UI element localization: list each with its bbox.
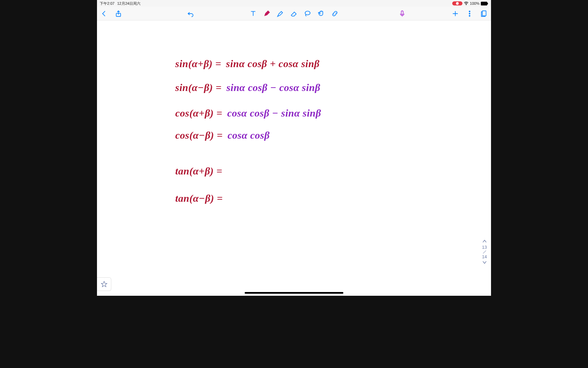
text-icon [249, 10, 257, 17]
record-indicator [452, 1, 462, 5]
battery-percent: 100% [470, 1, 479, 5]
current-page: 13 [482, 245, 487, 250]
lasso-icon [304, 10, 311, 17]
page-navigator: 13 14 [482, 239, 487, 265]
note-canvas[interactable]: 13 14 sin(α+β) = sinα cosβ + cosα sinβsi… [97, 20, 491, 296]
pages-button[interactable] [480, 10, 488, 17]
star-icon [101, 281, 108, 288]
equation-rhs: sinα cosβ − cosα sinβ [226, 82, 320, 93]
svg-rect-3 [487, 3, 488, 4]
hand-tool[interactable] [317, 10, 325, 17]
equation-row: tan(α+β) = [175, 165, 227, 177]
chevron-down-icon [482, 261, 487, 264]
add-button[interactable] [452, 10, 459, 17]
mic-icon [398, 10, 406, 17]
svg-marker-11 [101, 281, 107, 287]
equation-row: cos(α−β) = cosα cosβ [175, 129, 270, 141]
equation-row: sin(α+β) = sinα cosβ + cosα sinβ [175, 58, 320, 70]
text-tool[interactable] [249, 10, 257, 17]
eraser-tool[interactable] [290, 10, 298, 17]
back-button[interactable] [100, 10, 108, 17]
svg-point-7 [469, 11, 470, 12]
wifi-icon [464, 2, 469, 5]
home-indicator[interactable] [245, 292, 343, 294]
chevron-up-icon [482, 240, 487, 243]
share-icon [115, 10, 122, 17]
lasso-tool[interactable] [304, 10, 311, 17]
equation-lhs: sin(α+β) = [175, 58, 221, 70]
link-icon [331, 10, 339, 17]
highlighter-tool[interactable] [277, 10, 284, 17]
back-icon [100, 10, 108, 17]
equation-row: cos(α+β) = cosα cosβ − sinα sinβ [175, 107, 321, 119]
equation-rhs: cosα cosβ − sinα sinβ [227, 107, 321, 119]
battery-icon [481, 2, 488, 5]
svg-point-0 [456, 2, 459, 5]
mic-button[interactable] [398, 10, 406, 17]
total-pages: 14 [482, 254, 487, 259]
svg-point-8 [469, 13, 470, 14]
pen-icon [263, 10, 271, 17]
svg-point-1 [466, 4, 467, 5]
svg-rect-10 [482, 11, 486, 16]
equation-lhs: sin(α−β) = [175, 82, 222, 93]
pages-icon [480, 10, 488, 17]
hand-icon [317, 10, 325, 17]
svg-rect-2 [481, 2, 487, 5]
pen-tool[interactable] [263, 10, 271, 17]
equation-lhs: tan(α−β) = [175, 193, 223, 204]
svg-point-5 [305, 11, 310, 15]
equation-lhs: cos(α+β) = [175, 107, 223, 119]
share-button[interactable] [115, 10, 122, 17]
equation-lhs: cos(α−β) = [175, 129, 223, 141]
page-sep [483, 250, 486, 254]
eraser-icon [290, 10, 298, 17]
status-time: 下午2:07 [100, 1, 114, 6]
status-bar: 下午2:07 12月24日周六 100% [97, 0, 491, 7]
undo-button[interactable] [187, 10, 194, 17]
link-tool[interactable] [331, 10, 339, 17]
app-window: 下午2:07 12月24日周六 100% [97, 0, 491, 296]
highlighter-icon [277, 10, 284, 17]
undo-icon [187, 10, 194, 17]
more-icon [466, 10, 473, 17]
status-date: 12月24日周六 [117, 1, 140, 6]
favorite-tab[interactable] [97, 277, 111, 291]
equation-lhs: tan(α+β) = [175, 165, 223, 177]
toolbar [97, 7, 491, 20]
svg-rect-6 [401, 11, 403, 14]
more-button[interactable] [466, 10, 473, 17]
equation-row: sin(α−β) = sinα cosβ − cosα sinβ [175, 82, 320, 93]
equation-row: tan(α−β) = [175, 193, 228, 204]
svg-point-9 [469, 15, 470, 16]
equation-rhs: cosα cosβ [228, 129, 270, 141]
record-icon [456, 2, 459, 5]
page-up[interactable] [482, 239, 487, 244]
add-icon [452, 10, 459, 17]
page-down[interactable] [482, 260, 487, 265]
equation-rhs: sinα cosβ + cosα sinβ [226, 58, 320, 70]
